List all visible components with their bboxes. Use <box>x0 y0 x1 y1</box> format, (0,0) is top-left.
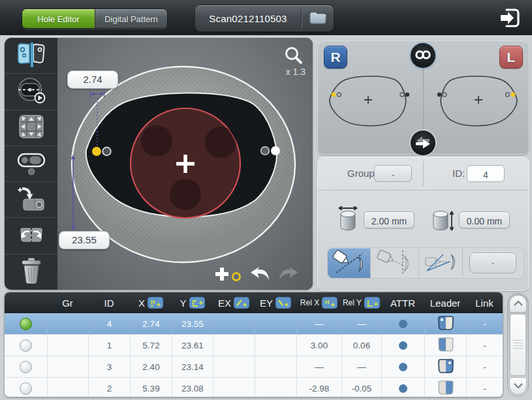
hole-diameter-field[interactable]: 2.00 mm <box>364 211 415 228</box>
table-row[interactable]: 4 2.74 23.55 — — - <box>5 313 503 334</box>
dimension-y-label[interactable]: 23.55 <box>59 231 110 249</box>
top-bar: Hole Editor Digital Pattern Scan02121105… <box>0 0 532 35</box>
col-attr: ATTR <box>381 292 424 313</box>
col-ex: EX <box>213 292 255 313</box>
tab-hole-editor[interactable]: Hole Editor <box>22 9 95 28</box>
drill-angled-icon <box>377 249 413 277</box>
lens-rotation-icon <box>16 76 47 107</box>
open-folder-button[interactable] <box>302 5 334 31</box>
group-toggle-icon <box>16 148 47 179</box>
cell-ey <box>255 335 296 356</box>
x-coordinate-icon[interactable]: H <box>148 297 163 309</box>
col-id: ID <box>88 292 130 313</box>
col-link: Link <box>466 292 503 313</box>
add-hole-tool-button[interactable] <box>5 182 57 218</box>
dimension-x-label[interactable]: 2.74 <box>67 70 118 89</box>
attr-dot <box>399 363 407 371</box>
rel-y-icon[interactable] <box>364 297 380 309</box>
cell-gr <box>47 356 88 377</box>
thumb-grip <box>513 340 523 350</box>
lens-canvas[interactable]: 2.74 23.55 x 1.3 <box>57 38 313 290</box>
add-hole-icon <box>16 185 47 215</box>
cell-rel-x: — <box>296 356 341 377</box>
exit-button[interactable] <box>497 7 522 29</box>
cell-link: - <box>466 335 503 356</box>
table-header: Gr ID X H Y EX EY Rel X H Rel Y ATTR Lea… <box>5 292 503 313</box>
mirror-tool-button[interactable] <box>5 218 57 254</box>
y-coordinate-icon[interactable] <box>189 297 205 309</box>
redo-button[interactable] <box>278 266 300 285</box>
cell-rel-x: -2.98 <box>296 378 341 397</box>
col-rel-y: Rel Y <box>341 292 381 313</box>
cell-y: 23.08 <box>172 378 213 397</box>
nudge-pan-tool-button[interactable] <box>5 110 57 146</box>
cell-rel-y: 0.06 <box>341 335 381 356</box>
table-row[interactable]: 1 5.72 23.61 3.00 0.06 - <box>5 334 503 356</box>
cell-ey <box>255 313 296 334</box>
cell-ex <box>213 335 255 356</box>
col-leader: Leader <box>424 292 466 313</box>
drill-mode-custom-button[interactable]: - <box>462 248 523 278</box>
row-status-dot[interactable] <box>20 361 32 373</box>
mirror-icon <box>16 221 47 251</box>
right-lens-cross <box>364 96 372 104</box>
hole-pattern-icon <box>16 41 47 70</box>
group-value-button[interactable]: - <box>374 165 412 182</box>
magnify-button[interactable] <box>283 46 304 67</box>
cell-rel-y: — <box>341 313 381 334</box>
lens-rotation-tool-button[interactable] <box>5 74 57 110</box>
cell-id: 3 <box>88 356 130 377</box>
cell-id: 4 <box>88 313 130 334</box>
eye-selector-panel: R L <box>317 40 529 155</box>
hole-depth-icon <box>431 204 455 233</box>
table-row[interactable]: 3 2.40 23.14 — — - <box>5 356 503 377</box>
drill-mode-normal-button[interactable] <box>328 248 370 278</box>
cell-link: - <box>466 356 503 377</box>
tab-digital-pattern[interactable]: Digital Pattern <box>95 9 167 28</box>
hole-marker[interactable] <box>271 146 280 155</box>
cell-id: 2 <box>88 378 130 397</box>
row-status-dot[interactable] <box>20 382 32 395</box>
attr-dot <box>399 384 407 393</box>
add-hole-button[interactable] <box>213 266 243 285</box>
id-label: ID: <box>452 168 465 179</box>
row-status-dot[interactable] <box>20 318 32 330</box>
row-status-dot[interactable] <box>20 339 32 352</box>
cell-y: 23.55 <box>172 313 213 334</box>
table-row[interactable]: 2 5.39 23.08 -2.98 -0.05 - <box>5 377 503 397</box>
scroll-down-button[interactable] <box>509 377 527 395</box>
scan-name[interactable]: Scan0212110503 <box>195 13 301 24</box>
id-value-field[interactable]: 4 <box>467 165 505 182</box>
delete-tool-button[interactable] <box>5 254 57 290</box>
drill-mode-horizontal-button[interactable] <box>418 248 462 278</box>
link-eyes-button[interactable] <box>411 43 435 68</box>
scroll-up-button[interactable] <box>509 295 527 313</box>
undo-button[interactable] <box>249 266 272 285</box>
mini-hole-markers <box>332 93 516 97</box>
cell-gr <box>47 378 88 397</box>
ex-edit-icon[interactable] <box>234 297 249 309</box>
hole-marker[interactable] <box>102 147 111 156</box>
table-scrollbar[interactable] <box>507 293 529 397</box>
cell-x: 2.40 <box>130 356 172 377</box>
hole-pattern-tool-button[interactable] <box>5 38 57 74</box>
nudge-pan-icon <box>16 113 47 142</box>
scrollbar-thumb[interactable] <box>510 314 526 376</box>
attr-dot <box>399 320 407 328</box>
ey-edit-icon[interactable] <box>275 297 291 309</box>
rel-x-icon[interactable]: H <box>322 297 337 309</box>
cell-link: - <box>466 378 503 397</box>
attr-dot <box>399 341 407 350</box>
drill-mode-angled-button[interactable] <box>370 248 418 278</box>
group-toggle-tool-button[interactable] <box>5 146 57 182</box>
cell-x: 5.72 <box>130 335 172 356</box>
cell-x: 2.74 <box>130 313 172 334</box>
cell-y: 23.61 <box>172 335 213 356</box>
hole-marker-selected[interactable] <box>92 147 101 156</box>
hole-depth-field[interactable]: 0.00 mm <box>459 211 510 228</box>
swap-arrows-icon <box>414 135 432 151</box>
hole-marker[interactable] <box>261 147 270 155</box>
col-ey: EY <box>255 292 296 313</box>
col-y: Y <box>172 292 213 313</box>
swap-eyes-button[interactable] <box>411 131 435 155</box>
